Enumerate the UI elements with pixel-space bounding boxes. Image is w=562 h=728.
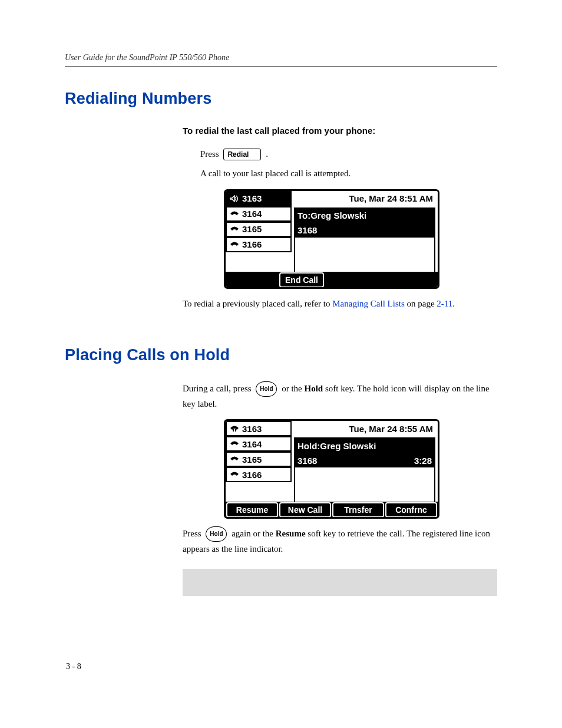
softkey-confrnc: Confrnc	[385, 502, 437, 518]
call-hold-line: Hold:Greg Slowski	[295, 439, 434, 453]
line-key-3: 3165	[226, 452, 292, 467]
heading-placing-calls-on-hold: Placing Calls on Hold	[65, 346, 497, 364]
phone-screen-hold: 3163 3164 3165	[224, 419, 439, 519]
text-period: .	[263, 147, 268, 161]
text-press: Press	[200, 147, 221, 161]
line-key-4-label: 3166	[242, 239, 262, 249]
p2-a: Press	[183, 529, 203, 538]
line-key-3: 3165	[226, 222, 292, 237]
softkey-trnsfer: Trnsfer	[332, 502, 384, 518]
line-key-3-label: 3165	[242, 454, 262, 465]
line-keys: 3163 3164 3165	[226, 421, 292, 502]
redial-button-graphic: Redial	[223, 149, 261, 160]
line-key-2: 3164	[226, 206, 292, 222]
phone-icon	[229, 225, 240, 233]
line-keys: 3163 3164 3165	[226, 191, 292, 272]
p1-b: or the	[282, 384, 304, 393]
screen-datetime: Tue, Mar 24 8:51 AM	[292, 191, 438, 206]
call-number-line: 3168	[295, 223, 434, 238]
line-key-4: 3166	[226, 237, 292, 252]
running-header: User Guide for the SoundPoint IP 550/560…	[65, 53, 497, 67]
line-key-2: 3164	[226, 436, 292, 452]
call-info-box: Hold:Greg Slowski 3168 3:28	[294, 437, 435, 502]
ref-text-mid: on page	[405, 297, 437, 311]
line-key-4-label: 3166	[242, 470, 262, 480]
line-key-1-label: 3163	[242, 193, 262, 203]
call-number: 3168	[297, 225, 317, 235]
line-key-1: 3163	[226, 421, 292, 436]
speaker-icon	[229, 195, 240, 203]
p2-c: soft key to retrieve the call. The regis…	[183, 529, 490, 554]
phone-icon	[229, 470, 240, 479]
svg-rect-0	[233, 429, 234, 431]
softkey-end-call: End Call	[279, 272, 324, 288]
phone-icon	[229, 440, 240, 448]
line-key-1: 3163	[226, 191, 292, 206]
softkey-resume: Resume	[226, 502, 278, 518]
body-during-call: During a call, press Hold or the Hold so…	[183, 382, 497, 411]
page-number: 3 - 8	[66, 662, 81, 671]
ref-text-suffix: .	[452, 297, 455, 311]
svg-rect-1	[235, 429, 236, 431]
call-number: 3168	[297, 456, 317, 466]
hold-button-graphic: Hold	[256, 381, 277, 397]
body-redial-reference: To redial a previously placed call, refe…	[183, 297, 497, 311]
softkey-row: End Call	[226, 272, 438, 287]
phone-icon	[229, 241, 240, 249]
line-key-2-label: 3164	[242, 439, 262, 449]
p2-b: again or the	[232, 529, 276, 538]
phone-icon	[229, 455, 240, 463]
document-page: User Guide for the SoundPoint IP 550/560…	[0, 0, 562, 728]
phone-screen-redial: 3163 3164 3165	[224, 189, 439, 289]
call-body-blank	[295, 238, 434, 272]
hold-button-graphic: Hold	[206, 526, 227, 542]
hold-phone-icon	[229, 424, 240, 433]
line-key-3-label: 3165	[242, 224, 262, 234]
subheading-redial: To redial the last call placed from your…	[183, 126, 497, 136]
softkey-new-call: New Call	[279, 502, 331, 518]
line-key-1-label: 3163	[242, 424, 262, 434]
p1-a: During a call, press	[183, 384, 253, 393]
line-key-2-label: 3164	[242, 209, 262, 219]
call-duration: 3:28	[414, 456, 432, 466]
body-press-hold-again: Press Hold again or the Resume soft key …	[183, 527, 497, 556]
link-managing-call-lists[interactable]: Managing Call Lists	[332, 297, 405, 311]
grey-callout-box	[183, 569, 497, 596]
phone-icon	[229, 210, 240, 218]
softkey-row: Resume New Call Trnsfer Confrnc	[226, 502, 438, 517]
call-number-line: 3168 3:28	[295, 453, 434, 467]
call-body-blank	[295, 467, 434, 502]
ref-text-prefix: To redial a previously placed call, refe…	[183, 297, 332, 311]
p2-bold-resume: Resume	[276, 529, 306, 538]
screen-datetime: Tue, Mar 24 8:55 AM	[292, 421, 438, 436]
heading-redialing: Redialing Numbers	[65, 90, 497, 108]
p1-bold-hold: Hold	[304, 384, 323, 393]
call-info-box: To:Greg Slowski 3168	[294, 207, 435, 272]
link-page-ref[interactable]: 2-11	[437, 297, 452, 311]
call-to-line: To:Greg Slowski	[295, 209, 434, 223]
text-call-attempted: A call to your last placed call is attem…	[200, 167, 497, 180]
body-press-redial: Press Redial . A call to your last place…	[183, 147, 497, 181]
line-key-4: 3166	[226, 467, 292, 482]
